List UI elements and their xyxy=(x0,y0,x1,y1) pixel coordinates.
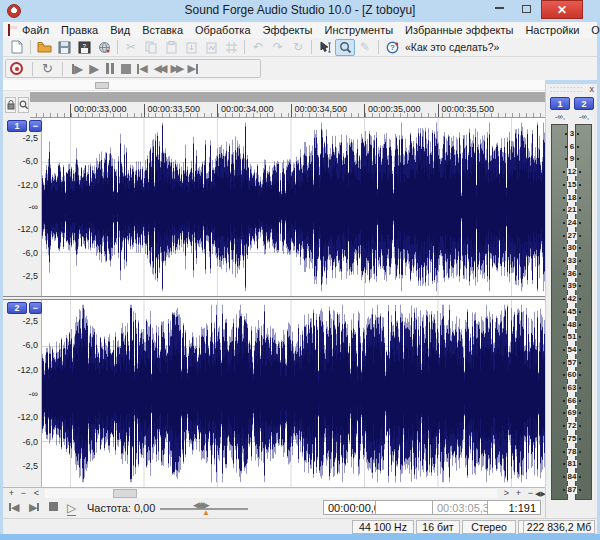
time-ruler[interactable]: 00:00:33,000 00:00:33,500 00:00:34,000 0… xyxy=(30,102,545,118)
play-all-button[interactable]: ▶ xyxy=(72,60,83,77)
cut-button[interactable]: ✂ xyxy=(121,39,141,56)
meter-tick: 84 xyxy=(550,473,594,481)
rewind-button[interactable]: ◀◀ xyxy=(154,60,165,77)
paste-special-button[interactable] xyxy=(181,39,201,56)
zoom-out-time-button[interactable]: − xyxy=(17,488,30,499)
channel-1-button[interactable]: 1 xyxy=(7,120,27,132)
channel-2-button[interactable]: 2 xyxy=(7,302,27,314)
trim-button[interactable] xyxy=(221,39,241,56)
meter-tick: 39 xyxy=(550,282,594,290)
meter-tick: 33 xyxy=(550,257,594,265)
waveform-canvas-1[interactable] xyxy=(42,118,545,296)
meter-tick: 21 xyxy=(550,206,594,214)
open-button[interactable] xyxy=(34,39,54,56)
meter-channel-1-button[interactable]: 1 xyxy=(550,97,570,110)
playbar-go-end-button[interactable]: ▶ xyxy=(29,501,39,514)
meter-channel-2-button[interactable]: 2 xyxy=(574,97,594,110)
db-label: -∞ xyxy=(29,389,38,399)
magnify-button[interactable] xyxy=(18,97,29,113)
db-label: -6,0 xyxy=(22,340,38,350)
paste-button[interactable] xyxy=(161,39,181,56)
overview-bar[interactable] xyxy=(30,91,545,102)
zoom-ratio-display[interactable]: 1:191 xyxy=(487,500,541,515)
status-free-space: 222 836,2 Мб xyxy=(523,520,595,534)
pause-button[interactable] xyxy=(105,60,115,77)
edit-tool-button[interactable] xyxy=(315,39,335,56)
redo-button[interactable]: ↷ xyxy=(268,39,288,56)
forward-button[interactable]: ▶▶ xyxy=(171,60,182,77)
undo-button[interactable]: ↶ xyxy=(248,39,268,56)
main-toolbar: ? ✂ ↶ ↷ ↻ ✎ xyxy=(3,38,597,57)
scroll-left-button[interactable]: < xyxy=(30,488,43,499)
meter-tick: 9 xyxy=(550,155,594,163)
position-thumb[interactable] xyxy=(95,82,109,89)
publish-button[interactable] xyxy=(94,39,114,56)
menu-file[interactable]: Файл xyxy=(16,24,55,36)
menu-window[interactable]: Окно xyxy=(585,24,600,36)
zoom-scroll-bar: + − < > + − ◀▶ xyxy=(3,487,545,499)
playbar-go-start-button[interactable]: ◀ xyxy=(9,501,19,514)
waveform-channel-2[interactable]: 2 − -2,5-6,0-12,0-∞-12,0-6,0-2,5 xyxy=(3,300,545,487)
stop-button[interactable] xyxy=(121,60,131,77)
pause-icon xyxy=(106,63,109,74)
record-button[interactable] xyxy=(10,60,23,77)
maximize-button[interactable] xyxy=(513,0,539,19)
transport-toolbar: ↻ ▶ ▶ ◀ ◀◀ ▶▶ ▶ xyxy=(3,57,597,80)
length-display[interactable]: 00:03:05,313 xyxy=(432,500,490,515)
menu-insert[interactable]: Вставка xyxy=(136,24,189,36)
magnify-tool-icon xyxy=(339,41,352,54)
menu-bar: Файл Правка Вид Вставка Обработка Эффект… xyxy=(3,22,597,38)
panel-close-icon[interactable]: x xyxy=(590,85,595,94)
save-as-button[interactable]: ? xyxy=(74,39,94,56)
close-button[interactable]: ✕ xyxy=(541,0,583,19)
panel-drag-handle[interactable]: ···················· xyxy=(550,86,584,93)
meter-tick: 66 xyxy=(550,397,594,405)
channel-2-collapse-button[interactable]: − xyxy=(29,302,42,314)
magnify-tool-button[interactable] xyxy=(335,39,355,56)
menu-options[interactable]: Настройки xyxy=(519,24,585,36)
meter-tick: 57 xyxy=(550,359,594,367)
selection-display[interactable] xyxy=(375,500,435,515)
copy-button[interactable] xyxy=(141,39,161,56)
playbar-play-button[interactable]: ▷ xyxy=(67,501,76,516)
meter-tick: 15 xyxy=(550,181,594,189)
paste-special-icon xyxy=(186,41,197,54)
pencil-tool-button[interactable]: ✎ xyxy=(355,39,375,56)
playbar-stop-button[interactable] xyxy=(49,501,58,513)
db-label: -2,5 xyxy=(22,271,38,281)
go-to-start-button[interactable]: ◀ xyxy=(137,60,147,77)
record-icon xyxy=(10,62,23,75)
meter-tick: 78 xyxy=(550,448,594,456)
loop-playback-button[interactable]: ↻ xyxy=(42,60,53,77)
meter-tick: 6 xyxy=(550,143,594,151)
db-label: -12,0 xyxy=(17,180,38,190)
new-file-button[interactable] xyxy=(7,39,27,56)
minimize-button[interactable] xyxy=(487,0,511,19)
menu-view[interactable]: Вид xyxy=(104,24,136,36)
channel-1-collapse-button[interactable]: − xyxy=(29,120,42,132)
cut-icon: ✂ xyxy=(126,40,136,54)
copy-icon xyxy=(145,41,157,54)
paste-mix-button[interactable] xyxy=(201,39,221,56)
waveform-channel-1[interactable]: 1 − -2,5-6,0-12,0-∞-12,0-6,0-2,5 xyxy=(3,118,545,296)
waveform-canvas-2[interactable] xyxy=(42,300,545,487)
repeat-button[interactable]: ↻ xyxy=(288,39,308,56)
save-button[interactable] xyxy=(54,39,74,56)
menu-edit[interactable]: Правка xyxy=(55,24,104,36)
play-button[interactable]: ▶ xyxy=(89,60,99,77)
howto-label[interactable]: «Как это сделать?» xyxy=(405,41,499,53)
menu-process[interactable]: Обработка xyxy=(189,24,256,36)
playbar: ◀ ▶ ▷ Частота: 0,00 ◀◆▶ ▲ 00:00:00,000 0… xyxy=(3,499,545,518)
meter-tick: 75 xyxy=(550,435,594,443)
scroll-track[interactable] xyxy=(45,489,497,498)
howto-button[interactable]: ? xyxy=(382,39,402,56)
menu-tools[interactable]: Инструменты xyxy=(319,24,400,36)
file-position-bar[interactable] xyxy=(3,80,545,91)
lock-button[interactable] xyxy=(5,97,16,113)
db-label: -6,0 xyxy=(22,156,38,166)
scroll-thumb[interactable] xyxy=(113,489,137,498)
menu-effects[interactable]: Эффекты xyxy=(257,24,319,36)
menu-favorites[interactable]: Избранные эффекты xyxy=(399,24,519,36)
go-to-end-button[interactable]: ▶ xyxy=(187,60,197,77)
go-to-end-icon: ▶ xyxy=(187,62,195,75)
